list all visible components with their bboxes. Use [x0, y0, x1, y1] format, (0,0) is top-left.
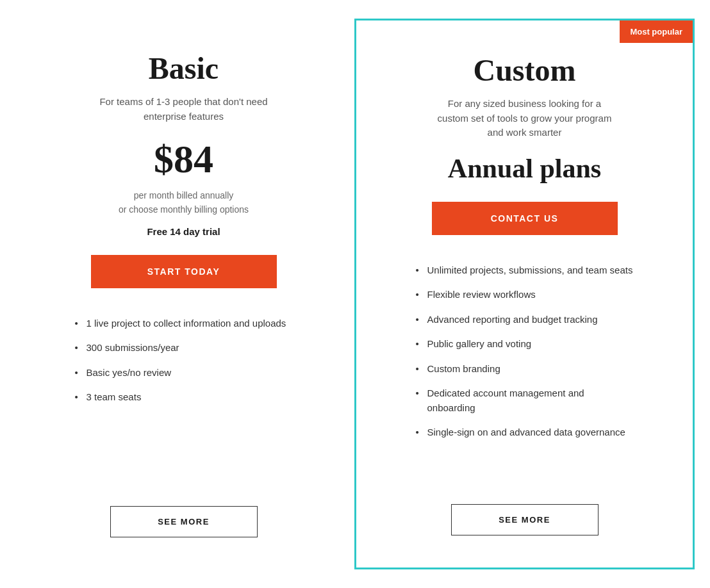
most-popular-badge: Most popular	[620, 20, 693, 43]
basic-trial: Free 14 day trial	[147, 226, 220, 237]
list-item: 1 live project to collect information an…	[75, 311, 293, 336]
custom-see-more-button[interactable]: SEE MORE	[451, 504, 599, 535]
basic-title: Basic	[149, 51, 219, 86]
list-item: Dedicated account management and onboard…	[416, 381, 634, 420]
annual-plans-label: Annual plans	[448, 153, 601, 184]
basic-price: $84	[154, 136, 213, 182]
custom-title: Custom	[473, 53, 575, 88]
list-item: Unlimited projects, submissions, and tea…	[416, 258, 634, 283]
basic-subtitle: For teams of 1-3 people that don't need …	[94, 95, 274, 124]
list-item: Single-sign on and advanced data governa…	[416, 420, 634, 445]
list-item: Flexible review workflows	[416, 282, 634, 307]
basic-price-note: per month billed annuallyor choose month…	[119, 188, 249, 217]
list-item: Public gallery and voting	[416, 332, 634, 357]
basic-card: Basic For teams of 1-3 people that don't…	[15, 19, 352, 569]
list-item: Custom branding	[416, 357, 634, 382]
custom-features-list: Unlimited projects, submissions, and tea…	[416, 258, 634, 445]
custom-subtitle: For any sized business looking for a cus…	[435, 97, 615, 140]
list-item: Advanced reporting and budget tracking	[416, 307, 634, 332]
start-today-button[interactable]: START TODAY	[91, 255, 277, 288]
contact-us-button[interactable]: CONTACT US	[432, 202, 618, 235]
custom-card: Most popular Custom For any sized busine…	[354, 19, 695, 569]
basic-see-more-button[interactable]: SEE MORE	[110, 506, 258, 537]
list-item: 3 team seats	[75, 385, 293, 410]
list-item: 300 submissions/year	[75, 336, 293, 361]
basic-features-list: 1 live project to collect information an…	[75, 311, 293, 410]
list-item: Basic yes/no review	[75, 361, 293, 386]
pricing-container: Basic For teams of 1-3 people that don't…	[15, 19, 695, 569]
